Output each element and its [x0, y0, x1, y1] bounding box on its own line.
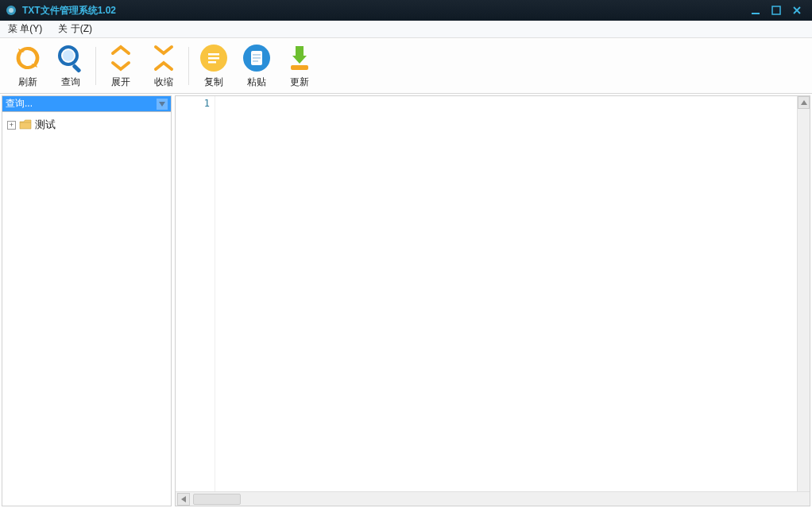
copy-label: 复制 — [204, 76, 223, 89]
svg-rect-17 — [291, 65, 308, 70]
svg-rect-6 — [72, 64, 81, 73]
editor-textarea[interactable] — [215, 96, 797, 491]
search-label: 查询 — [61, 76, 80, 89]
svg-rect-16 — [296, 46, 304, 56]
svg-point-5 — [63, 50, 74, 61]
paste-label: 粘贴 — [247, 76, 266, 89]
line-number: 1 — [180, 98, 210, 109]
scroll-left-icon[interactable] — [177, 493, 190, 506]
window-controls — [750, 5, 807, 16]
paste-button[interactable]: 粘贴 — [235, 39, 278, 92]
scrollbar-thumb[interactable] — [193, 494, 241, 505]
editor-panel: 1 — [175, 95, 810, 506]
collapse-icon — [148, 42, 180, 74]
expand-button[interactable]: 展开 — [99, 39, 142, 92]
scroll-up-icon[interactable] — [798, 96, 810, 109]
editor-body: 1 — [176, 96, 810, 491]
tree-node[interactable]: + 测试 — [6, 117, 168, 133]
svg-rect-3 — [772, 6, 780, 14]
refresh-label: 刷新 — [18, 76, 37, 89]
refresh-icon — [12, 42, 44, 74]
search-combo[interactable]: 查询... — [2, 96, 171, 112]
tree-expander-icon[interactable]: + — [7, 121, 16, 130]
svg-rect-14 — [253, 57, 261, 59]
svg-rect-2 — [752, 13, 760, 14]
copy-icon — [198, 42, 230, 74]
update-label: 更新 — [290, 76, 309, 89]
toolbar: 刷新 查询 展开 收缩 — [0, 38, 812, 94]
menu-item-menu[interactable]: 菜 单(Y) — [5, 21, 45, 37]
svg-rect-8 — [208, 53, 219, 56]
update-icon — [284, 42, 315, 74]
horizontal-scrollbar[interactable] — [176, 491, 810, 506]
toolbar-separator — [95, 47, 96, 85]
line-number-gutter: 1 — [176, 96, 215, 491]
main-area: 查询... + 测试 1 — [0, 94, 812, 508]
titlebar: TXT文件管理系统1.02 — [0, 0, 812, 21]
sidebar: 查询... + 测试 — [2, 95, 172, 506]
tree-view[interactable]: + 测试 — [2, 112, 171, 506]
update-button[interactable]: 更新 — [278, 39, 321, 92]
search-combo-text: 查询... — [6, 97, 157, 111]
expand-label: 展开 — [111, 76, 130, 89]
svg-rect-13 — [253, 54, 261, 56]
svg-point-1 — [9, 8, 14, 13]
collapse-button[interactable]: 收缩 — [142, 39, 185, 92]
svg-rect-9 — [208, 57, 219, 60]
refresh-button[interactable]: 刷新 — [6, 39, 49, 92]
app-icon — [5, 4, 17, 17]
expand-icon — [105, 42, 137, 74]
menubar: 菜 单(Y) 关 于(Z) — [0, 21, 812, 38]
search-icon — [55, 42, 87, 74]
svg-rect-15 — [253, 60, 258, 62]
copy-button[interactable]: 复制 — [192, 39, 235, 92]
svg-rect-10 — [208, 61, 216, 64]
search-button[interactable]: 查询 — [49, 39, 92, 92]
window-title: TXT文件管理系统1.02 — [22, 4, 116, 17]
menu-item-about[interactable]: 关 于(Z) — [55, 21, 95, 37]
minimize-button[interactable] — [750, 5, 761, 16]
vertical-scrollbar[interactable] — [797, 96, 810, 491]
chevron-down-icon[interactable] — [157, 99, 168, 110]
paste-icon — [241, 42, 273, 74]
maximize-button[interactable] — [771, 5, 782, 16]
collapse-label: 收缩 — [154, 76, 173, 89]
toolbar-separator — [188, 47, 189, 85]
close-button[interactable] — [791, 5, 802, 16]
tree-node-label: 测试 — [35, 118, 56, 132]
folder-icon — [19, 118, 32, 131]
